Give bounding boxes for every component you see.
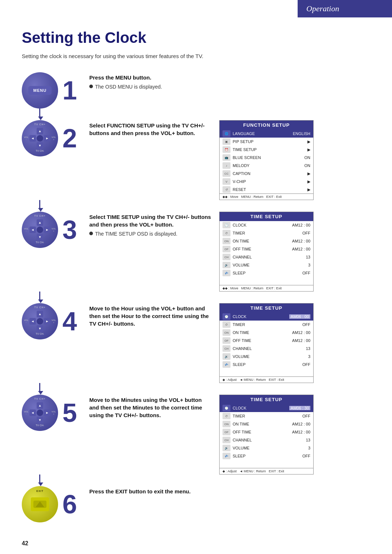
osd-icon-caption: CC (222, 170, 230, 177)
osd-row-reset: ↺ RESET ▶ (220, 186, 313, 194)
vol-label-r-2: VOL+ (52, 136, 56, 140)
vol-label-r-3: VOL+ (52, 228, 56, 232)
osd-row-ch-3: CH CHANNEL 13 (220, 253, 313, 261)
arrow-5-6 (22, 474, 370, 486)
step-4-block: TV CH+ VOL- VOL+ ▲ ◄ ► ▼ TV CH- (22, 303, 370, 383)
osd-icon-ontime-5: ON (222, 421, 230, 427)
nav-up-3: ▲ (37, 219, 43, 226)
vol-label-l-3: VOL- (24, 228, 28, 232)
osd-icon-sleep-3: 💤 (222, 270, 230, 276)
time-setup-panel-3: TIME SETUP 🕐 CLOCK AM12 : 00 ⏱ TIMER OFF (219, 212, 314, 292)
time-setup-panel-5: TIME SETUP 🕐 CLOCK AM06 : 30 ⏱ TIMER OFF (219, 395, 314, 474)
nav-down-2: ▼ (37, 142, 43, 149)
step-6-number: 6 (62, 491, 83, 517)
nav-cross-3: ▲ ◄ ► ▼ (29, 219, 50, 240)
nav-center-5 (37, 410, 43, 416)
nav-down-4: ▼ (37, 325, 43, 332)
tv-ch-label-4: TV CH+ (22, 306, 58, 309)
nav-center-2 (37, 135, 43, 142)
osd-icon-timer-5: ⏱ (222, 413, 230, 419)
osd-icon-sleep-4: 💤 (222, 361, 230, 368)
osd-icon-vol-5: 🔊 (222, 445, 230, 451)
step-5-desc: Move to the Minutes using the VOL+ butto… (89, 395, 213, 421)
osd-icon-offtime-4: OF (222, 337, 230, 344)
header-bar: Operation (298, 0, 392, 17)
step-5-number: 5 (62, 400, 83, 426)
intro-text: Setting the clock is necessary for using… (22, 53, 370, 59)
menu-btn-label: MENU (28, 86, 52, 95)
function-setup-title: FUNCTION SETUP (220, 121, 313, 130)
osd-row-offtime-3: OF OFF TIME AM12 : 00 (220, 245, 313, 253)
footer-return-3: MENU : Return (241, 286, 264, 290)
osd-icon-clock-4: 🕐 (222, 313, 230, 320)
osd-row-ontime-4: ON ON TIME AM12 : 00 (220, 329, 313, 337)
time-setup-footer-5: ◆ : Adjust ◄ MENU : Return EXIT : Exit (220, 468, 313, 474)
exit-icon (31, 497, 49, 511)
arrow-head (38, 391, 43, 395)
osd-row-vol-5: 🔊 VOLUME 3 (220, 444, 313, 452)
step-2-content: TV CH+ VOL- VOL+ ▲ ◄ ► ▼ TV CH- (22, 120, 370, 200)
osd-icon-vol-4: 🔊 (222, 353, 230, 360)
arrow-line (39, 474, 40, 482)
osd-icon-melody: ♪ (222, 162, 230, 169)
nav-center-4 (37, 318, 43, 325)
nav-left-2: ◄ (29, 135, 36, 142)
time-setup-footer-3: ◆◆ : Move MENU : Return EXIT : Exit (220, 285, 313, 291)
step-3-content: TV CH+ VOL- VOL+ ▲ ◄ ► ▼ TV CH- (22, 212, 370, 292)
step-4-main: Move to the Hour using the VOL+ button a… (89, 305, 213, 327)
osd-row-language: 🌐 LANGUAGE ENGLISH (220, 130, 313, 138)
nav-mid-5: ◄ ► (29, 410, 50, 416)
step-2-left: TV CH+ VOL- VOL+ ▲ ◄ ► ▼ TV CH- (22, 120, 83, 156)
arrow-head (38, 300, 43, 303)
vol-label-r-5: VOL+ (52, 411, 56, 415)
osd-icon-offtime-3: OF (222, 246, 230, 252)
osd-row-empty-4 (220, 368, 313, 376)
footer-move-3: ◆◆ : Move (222, 286, 238, 290)
osd-icon-timer-4: ⏱ (222, 321, 230, 328)
step-6-block: EXIT 6 Press the EXIT button to exit the… (22, 486, 370, 522)
step-2-number: 2 (62, 125, 83, 151)
osd-icon-ontime-4: ON (222, 329, 230, 336)
nav-mid-2: ◄ ► (29, 135, 50, 142)
osd-row-blue: 📺 BLUE SCREEN ON (220, 154, 313, 162)
nav-right-2: ► (44, 135, 50, 142)
step-3-main: Select TIME SETUP using the TV CH+/- but… (89, 213, 213, 228)
osd-row-timer-5: ⏱ TIMER OFF (220, 412, 313, 420)
time-setup-footer-4: ◆ : Adjust ◄ MENU : Return EXIT : Exit (220, 376, 313, 383)
osd-icon-offtime-5: OF (222, 429, 230, 435)
footer-move: ◆◆ : Move (222, 195, 238, 199)
footer-adjust-4: ◆ : Adjust (222, 378, 237, 382)
function-setup-panel: FUNCTION SETUP 🌐 LANGUAGE ENGLISH ▣ PIP … (219, 120, 314, 200)
function-setup-body: 🌐 LANGUAGE ENGLISH ▣ PIP SETUP ▶ ⏰ TIME … (220, 130, 313, 194)
steps-container: MENU 1 Press the MENU button. The OSD ME… (22, 72, 370, 522)
osd-row-caption: CC CAPTION ▶ (220, 170, 313, 178)
time-setup-title-3: TIME SETUP (220, 212, 313, 221)
arrow-line (39, 109, 40, 117)
osd-icon-timer-3: ⏱ (222, 230, 230, 236)
osd-row-vol-4: 🔊 VOLUME 3 (220, 353, 313, 360)
step-1-sub: The OSD MENU is displayed. (89, 83, 213, 91)
osd-row-timer-4: ⏱ TIMER OFF (220, 321, 313, 329)
footer-exit: EXIT : Exit (266, 195, 282, 199)
footer-adjust-5: ◆ : Adjust (222, 469, 237, 473)
nav-button-2: TV CH+ VOL- VOL+ ▲ ◄ ► ▼ TV CH- (22, 120, 58, 156)
step-3-desc: Select TIME SETUP using the TV CH+/- but… (89, 212, 213, 238)
nav-mid-3: ◄ ► (29, 227, 50, 233)
exit-label: EXIT (36, 490, 44, 492)
vol-label-l-2: VOL- (24, 136, 28, 140)
step-4-desc: Move to the Hour using the VOL+ button a… (89, 303, 213, 330)
nav-cross-2: ▲ ◄ ► ▼ (29, 128, 50, 149)
step-1-desc: Press the MENU button. The OSD MENU is d… (89, 72, 213, 91)
step-1-number: 1 (62, 77, 83, 103)
page-number: 42 (22, 540, 28, 547)
step-3-number: 3 (62, 217, 83, 243)
bullet-icon (89, 85, 93, 88)
footer-exit-5: EXIT : Exit (269, 469, 284, 473)
step-3-left: TV CH+ VOL- VOL+ ▲ ◄ ► ▼ TV CH- (22, 212, 83, 248)
arrow-line (39, 292, 40, 300)
step-6-desc: Press the EXIT button to exit the menu. (89, 486, 213, 497)
tv-ch-minus-label-5: TV CH- (36, 424, 44, 427)
vol-label-r-4: VOL+ (52, 319, 56, 323)
osd-row-sleep-4: 💤 SLEEP OFF (220, 360, 313, 368)
nav-right-3: ► (44, 227, 50, 233)
